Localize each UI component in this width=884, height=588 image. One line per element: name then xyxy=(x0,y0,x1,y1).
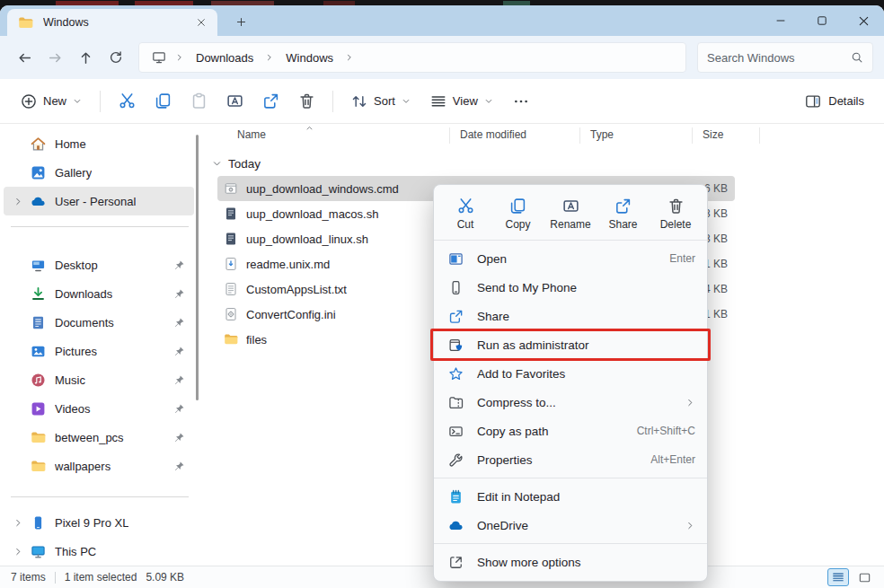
chevron-down-icon xyxy=(73,97,82,106)
copy-button[interactable] xyxy=(145,86,181,117)
maximize-button[interactable] xyxy=(801,5,843,36)
rename-button[interactable] xyxy=(217,86,252,117)
copy-quick-button[interactable]: Copy xyxy=(494,196,543,231)
column-header-name[interactable]: Name xyxy=(237,128,266,141)
menu-item-add-to-favorites[interactable]: Add to Favorites xyxy=(434,359,707,388)
group-label: Today xyxy=(228,157,261,171)
tab-close-icon[interactable] xyxy=(192,13,210,31)
sidebar-item-videos[interactable]: Videos xyxy=(4,394,194,423)
column-header-date-modified[interactable]: Date modified xyxy=(460,128,526,141)
sidebar-item-this-pc[interactable]: This PC xyxy=(4,537,194,566)
view-button[interactable]: View xyxy=(420,86,503,117)
chevron-right-icon xyxy=(343,53,356,62)
toolbar-separator xyxy=(100,91,101,112)
menu-label: OneDrive xyxy=(477,519,672,532)
sidebar-item-downloads[interactable]: Downloads xyxy=(4,279,194,308)
delete-quick-button[interactable]: Delete xyxy=(651,196,700,231)
close-button[interactable] xyxy=(843,5,884,36)
menu-item-show-more-options[interactable]: Show more options xyxy=(434,548,707,576)
column-header-size[interactable]: Size xyxy=(703,128,723,141)
chevron-right-icon[interactable] xyxy=(13,197,23,206)
share-quick-button[interactable]: Share xyxy=(599,196,648,231)
wrench-icon xyxy=(448,452,464,468)
sidebar-item-between-pcs[interactable]: between_pcs xyxy=(4,423,194,452)
breadcrumb[interactable]: Downloads Windows xyxy=(138,42,686,73)
trash-icon xyxy=(667,197,685,215)
sidebar-item-desktop[interactable]: Desktop xyxy=(4,250,194,279)
search-input[interactable]: Search Windows xyxy=(697,42,873,73)
new-button[interactable]: New xyxy=(11,86,92,117)
pin-icon xyxy=(173,432,185,443)
this-pc-crumb[interactable] xyxy=(146,47,172,68)
quick-action-label: Cut xyxy=(457,218,474,231)
cut-quick-button[interactable]: Cut xyxy=(441,196,490,231)
pin-icon xyxy=(173,288,185,300)
forward-button[interactable] xyxy=(40,42,70,73)
phone-icon xyxy=(31,515,46,531)
new-tab-button[interactable] xyxy=(232,13,250,31)
chevron-right-icon[interactable] xyxy=(13,547,23,557)
back-button[interactable] xyxy=(9,42,40,73)
sidebar-label: Gallery xyxy=(55,166,92,180)
navigation-pane: Home Gallery User - Personal Desktop xyxy=(0,124,199,566)
minimize-button[interactable] xyxy=(760,5,801,36)
menu-item-compress-to[interactable]: Compress to... xyxy=(434,388,707,417)
breadcrumb-windows[interactable]: Windows xyxy=(278,47,341,69)
menu-item-edit-in-notepad[interactable]: Edit in Notepad xyxy=(434,482,707,511)
up-icon xyxy=(78,50,93,66)
share-button[interactable] xyxy=(252,86,288,117)
quick-action-label: Delete xyxy=(660,218,692,231)
group-header-today[interactable]: Today xyxy=(199,153,884,174)
paste-button-disabled[interactable] xyxy=(181,86,217,117)
sidebar-label: Downloads xyxy=(55,287,112,301)
menu-item-onedrive[interactable]: OneDrive xyxy=(434,511,707,540)
menu-item-properties[interactable]: Properties Alt+Enter xyxy=(434,445,707,474)
menu-label: Share xyxy=(477,310,695,323)
window-controls xyxy=(760,5,884,36)
scissors-icon xyxy=(119,92,136,110)
videos-icon xyxy=(31,401,46,417)
menu-item-open[interactable]: Open Enter xyxy=(434,244,707,273)
details-view-toggle[interactable] xyxy=(827,568,849,586)
menu-shortcut: Ctrl+Shift+C xyxy=(637,425,695,437)
menu-item-share[interactable]: Share xyxy=(434,302,707,330)
view-toggles xyxy=(827,568,875,586)
delete-button[interactable] xyxy=(288,86,324,117)
cut-button[interactable] xyxy=(109,86,145,117)
music-icon xyxy=(31,373,46,388)
sidebar-item-music[interactable]: Music xyxy=(4,365,194,394)
back-icon xyxy=(17,50,32,66)
sidebar-item-pixel-9-pro-xl[interactable]: Pixel 9 Pro XL xyxy=(4,508,194,537)
menu-separator xyxy=(434,478,707,478)
menu-item-send-to-my-phone[interactable]: Send to My Phone xyxy=(434,273,707,302)
more-options-button[interactable] xyxy=(503,86,539,117)
compress-icon xyxy=(448,395,464,410)
sidebar-item-documents[interactable]: Documents xyxy=(4,308,194,337)
sort-button[interactable]: Sort xyxy=(341,86,420,117)
script-file-icon xyxy=(224,232,238,246)
sidebar-item-home[interactable]: Home xyxy=(4,129,194,158)
menu-item-copy-as-path[interactable]: Copy as path Ctrl+Shift+C xyxy=(434,417,707,445)
refresh-button[interactable] xyxy=(101,42,131,73)
chevron-right-icon xyxy=(173,53,186,62)
large-icons-view-toggle[interactable] xyxy=(853,568,875,586)
details-pane-button[interactable]: Details xyxy=(796,86,873,117)
close-icon xyxy=(857,14,871,28)
trash-icon xyxy=(298,92,315,110)
sidebar-item-pictures[interactable]: Pictures xyxy=(4,337,194,365)
submenu-chevron-icon xyxy=(685,521,695,531)
menu-separator xyxy=(434,543,707,544)
breadcrumb-downloads[interactable]: Downloads xyxy=(188,47,261,69)
sidebar-scrollbar[interactable] xyxy=(196,135,199,400)
explorer-tab-windows[interactable]: Windows xyxy=(7,9,217,36)
copy-icon xyxy=(155,92,172,110)
column-header-type[interactable]: Type xyxy=(590,128,614,141)
up-button[interactable] xyxy=(70,42,101,73)
sidebar-label: Pictures xyxy=(55,345,97,358)
sidebar-item-wallpapers[interactable]: wallpapers xyxy=(4,452,194,480)
sidebar-item-gallery[interactable]: Gallery xyxy=(4,158,194,187)
sidebar-item-user-personal[interactable]: User - Personal xyxy=(4,187,194,215)
menu-item-run-as-administrator[interactable]: Run as administrator xyxy=(434,330,707,359)
rename-quick-button[interactable]: Rename xyxy=(546,196,595,231)
chevron-right-icon[interactable] xyxy=(13,518,23,528)
